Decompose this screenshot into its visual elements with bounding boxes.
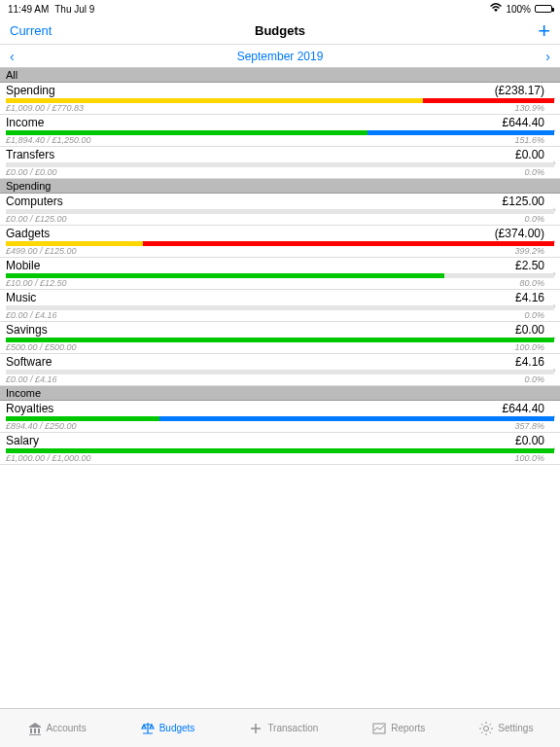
progress-bar [6,338,554,342]
budget-row[interactable]: Income£644.40›£1,894.40 / £1,250.00151.6… [0,115,560,147]
row-subright: 0.0% [524,374,544,384]
row-subleft: £1,894.40 / £1,250.00 [6,135,91,145]
tab-label: Reports [391,723,425,733]
row-subright: 100.0% [514,453,544,463]
status-bar: 11:49 AM Thu Jul 9 100% [0,0,560,18]
row-subleft: £1,000.00 / £1,000.00 [6,453,91,463]
budget-row[interactable]: Transfers£0.00›£0.00 / £0.000.0% [0,147,560,179]
section-header: Income [0,386,560,401]
tab-reports[interactable]: Reports [371,721,425,736]
prev-month-button[interactable]: ‹ [10,49,15,64]
nav-bar: Current Budgets + [0,18,560,45]
row-amount: £4.16 [515,291,544,304]
row-subleft: £1,009.00 / £770.83 [6,103,84,113]
progress-bar [6,448,554,453]
tab-transaction[interactable]: Transaction [248,721,318,736]
row-subleft: £10.00 / £12.50 [6,278,67,288]
section-header: Spending [0,179,560,194]
row-label: Gadgets [6,227,50,240]
scales-icon [140,721,156,736]
tab-label: Settings [498,723,533,733]
progress-bar [6,416,554,421]
row-subleft: £894.40 / £250.00 [6,421,77,431]
row-label: Income [6,116,44,129]
budget-row[interactable]: Savings£0.00›£500.00 / £500.00100.0% [0,322,560,354]
wifi-icon [490,3,502,15]
row-label: Transfers [6,148,54,161]
row-label: Mobile [6,259,40,272]
row-amount: £0.00 [515,148,544,161]
progress-bar [6,273,554,278]
budget-row[interactable]: Gadgets(£374.00)›£499.00 / £125.00399.2% [0,226,560,258]
budget-row[interactable]: Music£4.16›£0.00 / £4.160.0% [0,290,560,322]
back-button[interactable]: Current [10,23,52,38]
row-subright: 399.2% [514,246,544,256]
row-subright: 80.0% [519,278,544,288]
page-title: Budgets [255,23,305,38]
svg-point-1 [484,726,489,730]
budget-row[interactable]: Spending(£238.17)›£1,009.00 / £770.83130… [0,83,560,115]
plus-icon [248,721,263,736]
month-selector: ‹ September 2019 › [0,45,560,68]
row-amount: £0.00 [515,434,544,447]
row-amount: (£374.00) [495,227,544,240]
row-subright: 0.0% [524,214,544,224]
row-subright: 357.8% [514,421,544,431]
row-subright: 0.0% [524,167,544,177]
row-amount: £644.40 [503,116,544,129]
row-subright: 151.6% [514,135,544,145]
budget-row[interactable]: Mobile£2.50›£10.00 / £12.5080.0% [0,258,560,290]
month-label[interactable]: September 2019 [237,50,324,63]
budget-row[interactable]: Royalties£644.40›£894.40 / £250.00357.8% [0,401,560,433]
row-subright: 130.9% [514,103,544,113]
gear-icon [478,721,494,736]
row-amount: £2.50 [515,259,544,272]
row-amount: £644.40 [503,402,544,415]
add-button[interactable]: + [538,18,550,44]
row-label: Spending [6,84,55,97]
row-label: Salary [6,434,39,447]
budget-row[interactable]: Computers£125.00›£0.00 / £125.000.0% [0,194,560,226]
next-month-button[interactable]: › [545,49,550,64]
tab-label: Budgets [159,723,195,733]
row-label: Royalties [6,402,53,415]
tab-bar: Accounts Budgets Transaction Reports Set… [0,708,560,747]
tab-budgets[interactable]: Budgets [140,721,195,736]
row-subleft: £0.00 / £125.00 [6,214,67,224]
row-subright: 100.0% [514,342,544,352]
row-label: Computers [6,195,63,208]
status-time: 11:49 AM [8,4,49,15]
row-amount: £0.00 [515,323,544,337]
battery-percent: 100% [506,4,531,15]
status-date: Thu Jul 9 [54,4,94,15]
row-subleft: £0.00 / £4.16 [6,374,57,384]
row-subleft: £500.00 / £500.00 [6,342,77,352]
row-amount: £4.16 [515,355,544,369]
tab-accounts[interactable]: Accounts [27,721,87,736]
row-label: Software [6,355,52,369]
chart-icon [371,721,387,736]
progress-bar [6,305,554,310]
progress-bar [6,130,554,135]
row-subright: 0.0% [524,310,544,320]
tab-label: Accounts [47,723,87,733]
row-subleft: £499.00 / £125.00 [6,246,77,256]
row-amount: £125.00 [503,195,544,208]
tab-label: Transaction [267,723,318,733]
progress-bar [6,370,554,374]
tab-settings[interactable]: Settings [478,721,533,736]
bank-icon [27,721,43,736]
row-subleft: £0.00 / £4.16 [6,310,57,320]
row-amount: (£238.17) [495,84,544,97]
section-header: All [0,68,560,83]
row-label: Music [6,291,36,304]
progress-bar [6,162,554,167]
row-subleft: £0.00 / £0.00 [6,167,57,177]
progress-bar [6,241,554,246]
budget-list: AllSpending(£238.17)›£1,009.00 / £770.83… [0,68,560,465]
battery-icon [535,5,552,13]
progress-bar [6,98,554,103]
progress-bar [6,209,554,214]
budget-row[interactable]: Software£4.16›£0.00 / £4.160.0% [0,354,560,386]
budget-row[interactable]: Salary£0.00›£1,000.00 / £1,000.00100.0% [0,433,560,465]
